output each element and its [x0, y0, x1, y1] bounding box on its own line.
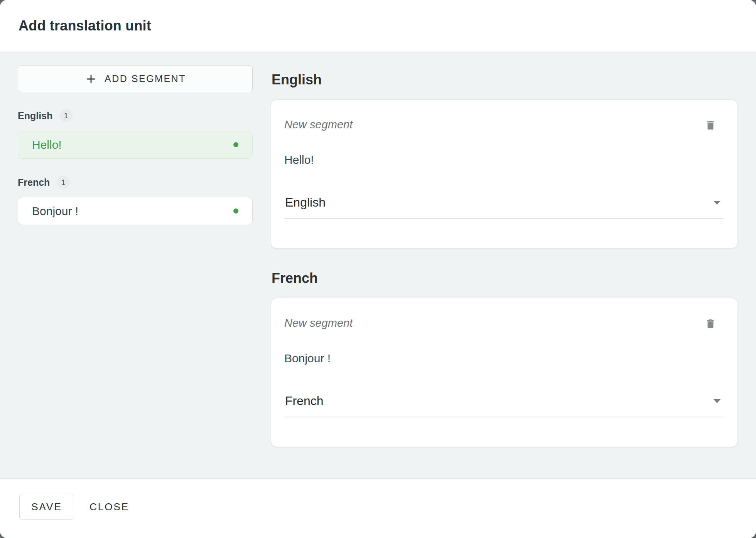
status-dot-icon	[233, 142, 238, 147]
new-segment-label: New segment	[284, 115, 353, 131]
editor-heading-french: French	[272, 270, 738, 286]
card-top-row: New segment	[284, 115, 724, 134]
segments-sidebar: ADD SEGMENT English 1 Hello! French 1 Bo…	[18, 66, 253, 478]
segment-count-badge: 1	[57, 176, 70, 189]
language-group-header-english: English 1	[18, 109, 253, 122]
segment-text: Hello!	[32, 138, 62, 151]
language-select[interactable]: French	[284, 394, 724, 417]
delete-segment-button[interactable]	[702, 315, 719, 332]
segment-text-input[interactable]: Hello!	[284, 152, 724, 168]
dialog-header: Add translation unit	[0, 0, 756, 52]
add-translation-unit-dialog: Add translation unit ADD SEGMENT English…	[0, 0, 756, 538]
add-segment-button[interactable]: ADD SEGMENT	[18, 66, 253, 92]
dialog-body: ADD SEGMENT English 1 Hello! French 1 Bo…	[0, 52, 756, 478]
dialog-title: Add translation unit	[19, 18, 151, 34]
segment-list-item-english[interactable]: Hello!	[18, 131, 253, 159]
new-segment-label: New segment	[284, 314, 353, 330]
segment-list-item-french[interactable]: Bonjour !	[18, 197, 253, 225]
language-select-value: English	[285, 195, 326, 210]
language-label: English	[18, 110, 52, 121]
save-button[interactable]: SAVE	[19, 494, 74, 520]
dropdown-arrow-icon	[714, 201, 721, 205]
trash-icon	[705, 318, 716, 330]
editor-heading-english: English	[272, 72, 738, 88]
segment-text-input[interactable]: Bonjour !	[284, 351, 724, 366]
card-top-row: New segment	[284, 314, 724, 332]
language-select[interactable]: English	[284, 195, 724, 219]
delete-segment-button[interactable]	[702, 117, 719, 134]
segment-editor-card-english: New segment Hello! English	[271, 99, 738, 249]
segment-text: Bonjour !	[32, 205, 78, 218]
plus-icon	[84, 72, 98, 86]
dialog-footer: SAVE CLOSE	[0, 478, 756, 538]
language-group-header-french: French 1	[18, 176, 253, 189]
editors-panel: English New segment Hello! English Frenc…	[271, 66, 738, 478]
language-label: French	[18, 177, 50, 188]
add-segment-label: ADD SEGMENT	[105, 73, 186, 84]
trash-icon	[705, 119, 716, 131]
close-button[interactable]: CLOSE	[87, 497, 132, 517]
status-dot-icon	[233, 208, 238, 214]
language-select-value: French	[285, 394, 324, 408]
segment-editor-card-french: New segment Bonjour ! French	[271, 298, 738, 447]
segment-count-badge: 1	[59, 109, 73, 122]
dropdown-arrow-icon	[714, 399, 721, 403]
